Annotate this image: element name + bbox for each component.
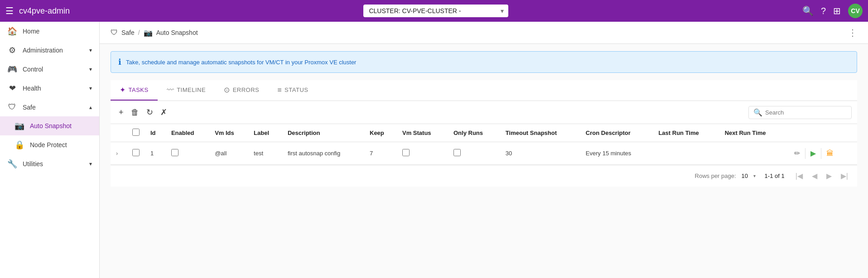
node-protect-icon: 🔒: [14, 140, 24, 150]
info-banner-text: Take, schedule and manage automatic snap…: [126, 59, 356, 66]
row-only-runs-checkbox[interactable]: [453, 149, 461, 156]
row-checkbox-cell[interactable]: [127, 142, 145, 165]
col-only-runs: Only Runs: [448, 124, 500, 142]
first-page-button[interactable]: |◀: [794, 170, 805, 182]
chevron-down-icon-health: ▾: [89, 85, 92, 91]
row-actions-cell: ✏ ▶ 🏛: [786, 142, 857, 165]
export-button[interactable]: ✗: [158, 105, 170, 120]
status-tab-icon: ≡: [277, 86, 282, 94]
sidebar-item-auto-snapshot[interactable]: 📷 Auto Snapshot: [0, 116, 99, 135]
health-icon: ❤: [7, 83, 17, 93]
col-cron-descriptor: Cron Descriptor: [580, 124, 653, 142]
sidebar-item-safe[interactable]: 🛡 Safe ▴: [0, 98, 99, 116]
search-input[interactable]: [765, 109, 847, 116]
data-table: Id Enabled Vm Ids Label Description Keep…: [111, 124, 857, 165]
col-label: Label: [248, 124, 282, 142]
refresh-button[interactable]: ↻: [144, 105, 156, 120]
pagination-range: 1-1 of 1: [765, 173, 785, 179]
search-icon[interactable]: 🔍: [802, 5, 814, 16]
sidebar-item-control[interactable]: 🎮 Control ▾: [0, 60, 99, 79]
help-icon[interactable]: ?: [821, 6, 826, 16]
control-icon: 🎮: [7, 64, 17, 74]
col-expand: [111, 124, 127, 142]
sidebar-item-label-auto-snapshot: Auto Snapshot: [30, 122, 72, 129]
row-checkbox[interactable]: [132, 149, 140, 156]
row-vm-status-checkbox[interactable]: [402, 149, 410, 156]
cluster-select[interactable]: CLUSTER: CV-PVE-CLUSTER -: [363, 5, 508, 17]
topbar-icons: 🔍 ? ⊞ CV: [802, 4, 863, 18]
row-expand-icon[interactable]: ›: [116, 150, 118, 157]
chevron-up-icon-safe: ▴: [89, 104, 92, 110]
row-vm-ids: @all: [209, 142, 248, 165]
breadcrumb-parent[interactable]: Safe: [121, 29, 135, 36]
col-vm-status: Vm Status: [397, 124, 448, 142]
tab-status[interactable]: ≡ STATUS: [268, 80, 317, 101]
timeline-tab-icon: 〰: [167, 86, 174, 94]
next-page-button[interactable]: ▶: [825, 170, 834, 182]
sidebar-item-label-node-protect: Node Protect: [30, 141, 67, 149]
info-icon: ℹ: [118, 57, 121, 67]
col-enabled: Enabled: [166, 124, 209, 142]
delete-button[interactable]: 🗑: [128, 105, 142, 120]
tabs-bar: ✦ TASKS 〰 TIMELINE ⊙ ERRORS ≡ STATUS: [111, 80, 857, 101]
col-description: Description: [282, 124, 364, 142]
rows-per-page-select-wrapper[interactable]: 10 25 50: [742, 173, 756, 179]
chevron-down-icon-control: ▾: [89, 66, 92, 72]
content-area: + 🗑 ↻ ✗ 🔍: [111, 101, 857, 165]
more-options-icon[interactable]: ⋮: [848, 27, 857, 38]
run-button[interactable]: ▶: [808, 147, 818, 160]
row-enabled-checkbox[interactable]: [171, 149, 178, 156]
sidebar-item-administration[interactable]: ⚙ Administration ▾: [0, 41, 99, 60]
sidebar-item-health[interactable]: ❤ Health ▾: [0, 79, 99, 98]
row-expand-cell[interactable]: ›: [111, 142, 127, 165]
last-page-button[interactable]: ▶|: [839, 170, 850, 182]
sidebar-item-utilities[interactable]: 🔧 Utilities ▾: [0, 154, 99, 173]
action-separator: [805, 148, 805, 159]
select-all-checkbox[interactable]: [132, 129, 140, 136]
row-vm-status: [397, 142, 448, 165]
sidebar-item-label-utilities: Utilities: [23, 160, 43, 168]
avatar[interactable]: CV: [848, 4, 863, 18]
col-vm-ids: Vm Ids: [209, 124, 248, 142]
sidebar-item-label-health: Health: [23, 85, 41, 92]
info-banner: ℹ Take, schedule and manage automatic sn…: [111, 51, 857, 73]
utilities-icon: 🔧: [7, 159, 17, 169]
add-icon: +: [119, 108, 124, 117]
tab-tasks[interactable]: ✦ TASKS: [111, 80, 158, 101]
row-actions: ✏ ▶ 🏛: [792, 147, 852, 160]
cluster-dropdown-wrapper[interactable]: CLUSTER: CV-PVE-CLUSTER -: [363, 5, 508, 17]
row-keep: 7: [364, 142, 397, 165]
menu-icon[interactable]: ☰: [5, 5, 14, 16]
table-header-row: Id Enabled Vm Ids Label Description Keep…: [111, 124, 857, 142]
tab-status-label: STATUS: [285, 86, 308, 93]
col-actions: [786, 124, 857, 142]
search-box[interactable]: 🔍: [748, 106, 852, 119]
data-table-wrapper: Id Enabled Vm Ids Label Description Keep…: [111, 124, 857, 165]
auto-snapshot-icon: 📷: [14, 121, 24, 131]
chevron-down-icon: ▾: [89, 47, 92, 53]
breadcrumb-bar: 🛡 Safe / 📷 Auto Snapshot ⋮: [100, 22, 868, 44]
sidebar-item-node-protect[interactable]: 🔒 Node Protect: [0, 135, 99, 154]
cluster-selector-wrapper: CLUSTER: CV-PVE-CLUSTER -: [75, 5, 797, 17]
tab-errors-label: ERRORS: [233, 86, 260, 93]
rows-per-page-select[interactable]: 10 25 50: [742, 173, 756, 179]
row-description: first autosnap config: [282, 142, 364, 165]
jobs-button[interactable]: 🏛: [824, 147, 836, 160]
app-title: cv4pve-admin: [19, 6, 70, 16]
tab-errors[interactable]: ⊙ ERRORS: [215, 80, 268, 101]
col-checkbox: [127, 124, 145, 142]
add-button[interactable]: +: [116, 105, 126, 120]
sidebar-item-label-control: Control: [23, 66, 43, 73]
tab-timeline[interactable]: 〰 TIMELINE: [158, 80, 215, 101]
row-timeout-snapshot: 30: [500, 142, 580, 165]
prev-page-button[interactable]: ◀: [810, 170, 819, 182]
sidebar-item-home[interactable]: 🏠 Home: [0, 22, 99, 41]
tab-timeline-label: TIMELINE: [177, 86, 206, 93]
tab-tasks-label: TASKS: [129, 86, 149, 93]
row-enabled: [166, 142, 209, 165]
apps-icon[interactable]: ⊞: [833, 5, 841, 16]
sidebar: 🏠 Home ⚙ Administration ▾ 🎮 Control ▾ ❤ …: [0, 22, 100, 278]
errors-tab-icon: ⊙: [224, 86, 230, 94]
refresh-icon: ↻: [146, 107, 153, 117]
edit-button[interactable]: ✏: [792, 147, 802, 160]
